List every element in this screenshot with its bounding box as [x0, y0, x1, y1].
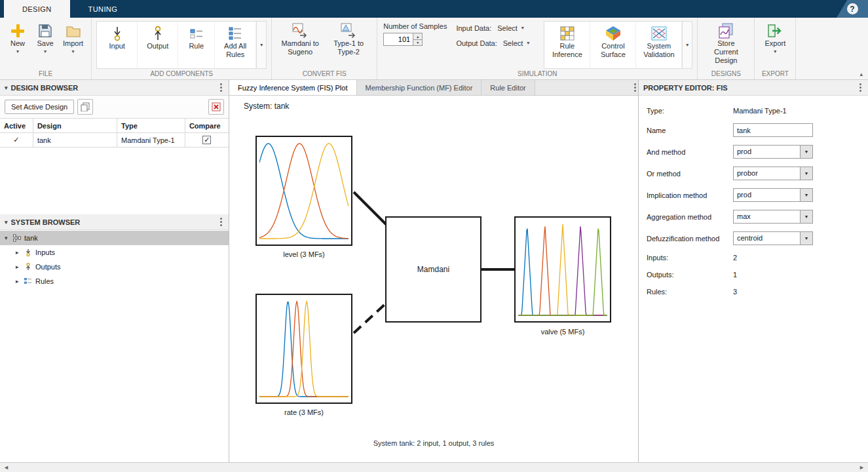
tab-rule-editor[interactable]: Rule Editor [481, 80, 535, 95]
system-browser-tree: ▾ tank ▸ Inputs ▸ [0, 230, 229, 462]
rule-inference-button[interactable]: Rule Inference [544, 22, 590, 68]
system-browser-collapse-icon[interactable]: ▾ [5, 219, 8, 226]
column-header-active[interactable]: Active [0, 119, 33, 133]
scroll-left-icon[interactable]: ◄ [3, 465, 9, 471]
document-tabs-menu-icon[interactable] [632, 82, 638, 93]
add-input-button[interactable]: Input [97, 22, 138, 68]
fis-plot-canvas: System: tank level (3 MFs) rate (3 MFs) … [229, 96, 638, 462]
compare-checkbox[interactable]: ✓ [202, 136, 211, 144]
input-block-rate[interactable] [255, 294, 352, 404]
rules-expand-icon[interactable]: ▸ [16, 278, 21, 285]
add-components-gallery-caret[interactable]: ▾ [256, 22, 266, 68]
system-summary-text: System tank: 2 input, 1 output, 3 rules [229, 439, 638, 447]
inputs-expand-icon[interactable]: ▸ [16, 249, 21, 256]
inputs-icon [24, 248, 32, 256]
property-row-inputs: Inputs: 2 [647, 249, 860, 266]
center-panel: Fuzzy Inference System (FIS) Plot Member… [229, 80, 639, 462]
tree-item-tank[interactable]: ▾ tank [0, 231, 229, 245]
tab-fis-plot[interactable]: Fuzzy Inference System (FIS) Plot [229, 80, 357, 95]
help-icon: ? [847, 3, 858, 14]
design-browser-collapse-icon[interactable]: ▾ [5, 85, 8, 91]
set-active-design-button[interactable]: Set Active Design [5, 100, 74, 114]
column-header-type[interactable]: Type [117, 119, 185, 133]
samples-spinner-down[interactable]: ▼ [413, 39, 423, 46]
tab-tuning[interactable]: TUNING [70, 0, 136, 18]
outputs-expand-icon[interactable]: ▸ [16, 264, 21, 270]
copy-design-button[interactable] [77, 99, 93, 115]
store-current-design-icon [717, 22, 734, 39]
design-browser-menu-icon[interactable] [218, 82, 224, 93]
property-editor-title: PROPERTY EDITOR: FIS [643, 84, 728, 92]
new-button[interactable]: New ▾ [5, 21, 31, 56]
tree-item-rules[interactable]: ▸ Rules [0, 274, 229, 288]
add-output-button[interactable]: Output [138, 22, 178, 68]
designs-section-label: DESIGNS [702, 69, 749, 79]
property-editor-menu-icon[interactable] [858, 82, 863, 93]
mamdani-to-sugeno-button[interactable]: Mamdani to Sugeno [276, 21, 324, 57]
collapse-toolstrip-icon[interactable]: ▴ [859, 71, 863, 77]
property-editor-body: Type: Mamdani Type-1 Name And method pro… [639, 96, 868, 462]
system-validation-button[interactable]: System Validation [636, 22, 682, 68]
property-row-aggregation-method: Aggregation method max ▼ [647, 206, 860, 227]
add-rule-button[interactable]: Rule [178, 22, 215, 68]
property-row-and-method: And method prod ▼ [647, 141, 860, 163]
document-tabs: Fuzzy Inference System (FIS) Plot Member… [229, 80, 638, 96]
design-table-row-tank[interactable]: ✓ tank Mamdani Type-1 ✓ [0, 133, 229, 148]
tab-mf-editor[interactable]: Membership Function (MF) Editor [357, 80, 482, 95]
output-data-dropdown[interactable]: Select ▾ [500, 39, 533, 48]
property-editor-panel: PROPERTY EDITOR: FIS Type: Mamdani Type-… [639, 80, 868, 462]
property-row-or-method: Or method probor ▼ [647, 163, 860, 184]
tree-item-inputs[interactable]: ▸ Inputs [0, 245, 229, 260]
output-block-valve[interactable] [514, 216, 611, 323]
rules-icon [24, 277, 32, 285]
implication-method-dropdown-arrow-icon[interactable]: ▼ [801, 188, 813, 202]
defuzzification-method-dropdown-arrow-icon[interactable]: ▼ [801, 231, 813, 245]
designs-section: Store Current Design DESIGNS [698, 18, 755, 79]
new-caret-icon: ▾ [16, 49, 19, 55]
control-surface-button[interactable]: Control Surface [590, 22, 636, 68]
number-of-samples-label: Number of Samples [383, 22, 447, 30]
new-icon [10, 22, 26, 39]
add-output-icon [150, 24, 166, 42]
tab-design[interactable]: DESIGN [4, 0, 70, 18]
convert-fis-section-label: CONVERT FIS [276, 69, 372, 79]
mamdani-block[interactable]: Mamdani [385, 216, 481, 323]
or-method-dropdown[interactable]: probor ▼ [733, 167, 813, 180]
delete-design-button[interactable] [208, 99, 224, 115]
valve-mf-plot [518, 220, 607, 319]
number-of-samples-input[interactable] [383, 33, 413, 46]
defuzzification-method-dropdown[interactable]: centroid ▼ [733, 231, 813, 245]
analysis-gallery-caret[interactable]: ▾ [682, 22, 692, 68]
add-all-rules-button[interactable]: Add All Rules [215, 22, 256, 68]
control-surface-icon [605, 24, 622, 42]
type1-to-type2-button[interactable]: Type-1 to Type-2 [325, 21, 372, 57]
property-row-outputs: Outputs: 1 [647, 266, 860, 283]
input-block-level[interactable] [255, 136, 352, 246]
implication-method-dropdown[interactable]: prod ▼ [733, 188, 813, 202]
export-caret-icon: ▾ [774, 49, 776, 55]
add-rule-icon [189, 24, 204, 42]
help-button[interactable]: ? [837, 0, 868, 18]
fis-name-input[interactable] [733, 123, 813, 137]
aggregation-method-dropdown[interactable]: max ▼ [733, 210, 813, 224]
scroll-right-icon[interactable]: ► [859, 465, 865, 471]
connector-level-to-mamdani[interactable] [354, 192, 388, 226]
and-method-dropdown-arrow-icon[interactable]: ▼ [801, 145, 813, 159]
or-method-dropdown-arrow-icon[interactable]: ▼ [801, 167, 813, 180]
and-method-dropdown[interactable]: prod ▼ [733, 145, 813, 159]
save-button[interactable]: Save ▾ [32, 21, 58, 56]
store-current-design-button[interactable]: Store Current Design [702, 21, 749, 66]
tank-expand-icon[interactable]: ▾ [5, 235, 10, 241]
import-button[interactable]: Import ▾ [60, 21, 86, 56]
column-header-compare[interactable]: Compare [185, 119, 229, 133]
system-browser-menu-icon[interactable] [218, 216, 224, 227]
input-data-dropdown[interactable]: Select ▾ [495, 24, 527, 33]
tree-item-outputs[interactable]: ▸ Outputs [0, 260, 229, 274]
aggregation-method-dropdown-arrow-icon[interactable]: ▼ [801, 210, 813, 224]
inputs-count-value: 2 [733, 254, 737, 262]
column-header-design[interactable]: Design [33, 119, 117, 133]
samples-spinner-up[interactable]: ▲ [413, 33, 423, 39]
connector-rate-to-mamdani[interactable] [354, 303, 387, 333]
export-button[interactable]: Export ▾ [759, 21, 791, 56]
file-section-label: FILE [5, 69, 86, 79]
